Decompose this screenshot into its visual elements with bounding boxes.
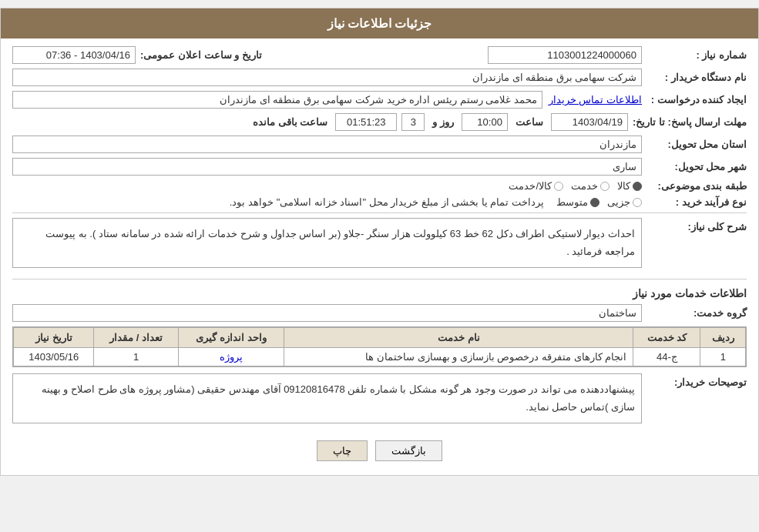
col-radif: ردیف <box>700 327 746 347</box>
noeFarayand-radio-group: جزیی متوسط <box>556 196 642 208</box>
noeFarayand-radio-motavase: متوسط <box>556 196 599 208</box>
mohlat-baqi-value: 01:51:23 <box>335 113 397 131</box>
mohlat-rooz-label: روز و <box>432 116 454 128</box>
shahr-value: ساری <box>12 158 642 176</box>
mohlat-row: مهلت ارسال پاسخ: تا تاریخ: 1403/04/19 سا… <box>12 113 747 131</box>
ostan-label: استان محل تحویل: <box>646 139 747 150</box>
sharhKoli-label: شرح کلی نیاز: <box>646 218 747 233</box>
col-name: نام خدمت <box>284 327 633 347</box>
gorohKhedmat-label: گروه خدمت: <box>646 307 747 319</box>
ejadKonande-label: ایجاد کننده درخواست : <box>646 94 747 105</box>
tarikhElan-value: 1403/04/16 - 07:36 <box>12 46 136 64</box>
tabaqe-row: طبقه بندی موضوعی: کالا خدمت کالا/خدمت <box>12 180 747 192</box>
mohlat-date: 1403/04/19 <box>551 113 628 131</box>
cell-radif: 1 <box>700 347 746 366</box>
shomareNiaz-value: 1103001224000060 <box>488 46 642 64</box>
noeFarayand-radio-jozi: جزیی <box>607 196 642 208</box>
page-header: جزئیات اطلاعات نیاز <box>1 8 758 38</box>
table-header-row: ردیف کد خدمت نام خدمت واحد اندازه گیری ت… <box>14 327 746 347</box>
noeFarayand-note: پرداخت تمام یا بخشی از مبلغ خریدار محل "… <box>12 196 544 208</box>
noeFarayand-label: نوع فرآیند خرید : <box>646 196 747 208</box>
khadamat-section-title: اطلاعات خدمات مورد نیاز <box>12 287 747 299</box>
tosih-row: توصیحات خریدار: پیشنهاددهنده می تواند در… <box>12 373 747 430</box>
tabaqe-radio-kalakhedmat: کالا/خدمت <box>509 180 563 192</box>
tabaqe-radio-kala-circle[interactable] <box>633 182 642 191</box>
services-table: ردیف کد خدمت نام خدمت واحد اندازه گیری ت… <box>13 327 746 366</box>
table-body: 1 ج-44 انجام کارهای متفرقه درخصوص بازساز… <box>14 347 746 366</box>
shahr-label: شهر محل تحویل: <box>646 161 747 172</box>
namDastgah-label: نام دستگاه خریدار : <box>646 72 747 83</box>
divider1 <box>12 212 747 213</box>
tosih-value: پیشنهاددهنده می تواند در صورت وجود هر گو… <box>12 373 642 423</box>
col-vahed: واحد اندازه گیری <box>178 327 284 347</box>
tabaqe-radio-khedmat: خدمت <box>571 180 610 192</box>
tabaqe-radio-kala-label: کالا <box>617 180 630 192</box>
cell-name: انجام کارهای متفرقه درخصوص بازسازی و بهس… <box>284 347 633 366</box>
sharhKoli-value: احداث دیوار لاستیکی اطراف دکل 62 خط 63 ک… <box>12 218 642 268</box>
tabaqe-radio-kalakhedmat-label: کالا/خدمت <box>509 180 552 192</box>
gorohKhedmat-row: گروه خدمت: ساختمان <box>12 304 747 322</box>
noeFarayand-radio-jozi-label: جزیی <box>607 196 630 208</box>
table-row: 1 ج-44 انجام کارهای متفرقه درخصوص بازساز… <box>14 347 746 366</box>
tabaqe-radio-khedmat-circle[interactable] <box>600 182 610 191</box>
cell-vahed: پروژه <box>178 347 284 366</box>
services-table-wrapper: ردیف کد خدمت نام خدمت واحد اندازه گیری ت… <box>12 326 747 367</box>
namDastgah-value: شرکت سهامی برق منطقه ای مازندران <box>12 69 642 86</box>
ostan-row: استان محل تحویل: مازندران <box>12 136 747 153</box>
col-tarikh: تاریخ نیاز <box>14 327 94 347</box>
sharhKoli-row: شرح کلی نیاز: احداث دیوار لاستیکی اطراف … <box>12 218 747 274</box>
noeFarayand-radio-motavase-circle[interactable] <box>590 198 599 207</box>
tosih-label: توصیحات خریدار: <box>646 373 747 388</box>
shahr-row: شهر محل تحویل: ساری <box>12 158 747 176</box>
tabaqe-radio-kala: کالا <box>617 180 642 192</box>
noeFarayand-radio-jozi-circle[interactable] <box>633 198 642 207</box>
buttons-row: بازگشت چاپ <box>12 434 747 467</box>
tabaqe-radio-kalakhedmat-circle[interactable] <box>554 182 563 191</box>
col-kod: کد خدمت <box>633 327 700 347</box>
mohlat-rooz-value: 3 <box>401 113 425 131</box>
gorohKhedmat-value: ساختمان <box>12 304 642 322</box>
ejadKonande-value: محمد غلامی رستم ریئس اداره خرید شرکت سها… <box>12 91 542 109</box>
ejadKonande-row: ایجاد کننده درخواست : اطلاعات تماس خریدا… <box>12 91 747 109</box>
bazgasht-button[interactable]: بازگشت <box>375 440 442 461</box>
page-title: جزئیات اطلاعات نیاز <box>327 17 432 30</box>
tarikhElan-label: تاریخ و ساعت اعلان عمومی: <box>140 49 262 61</box>
mohlat-label: مهلت ارسال پاسخ: تا تاریخ: <box>633 116 747 128</box>
ejadKonande-link[interactable]: اطلاعات تماس خریدار <box>549 94 642 105</box>
mohlat-saat-value: 10:00 <box>462 113 508 131</box>
noeFarayand-row: نوع فرآیند خرید : جزیی متوسط پرداخت تمام… <box>12 196 747 208</box>
page-wrapper: جزئیات اطلاعات نیاز شماره نیاز : 1103001… <box>0 8 759 476</box>
cell-kod: ج-44 <box>633 347 700 366</box>
mohlat-baqi-label: ساعت باقی مانده <box>253 116 327 128</box>
divider2 <box>12 279 747 279</box>
cell-tarikh: 1403/05/16 <box>14 347 94 366</box>
shomareNiaz-row: شماره نیاز : 1103001224000060 تاریخ و سا… <box>12 46 747 64</box>
content-area: شماره نیاز : 1103001224000060 تاریخ و سا… <box>1 38 758 475</box>
chap-button[interactable]: چاپ <box>317 440 368 461</box>
tabaqe-label: طبقه بندی موضوعی: <box>646 180 747 192</box>
tabaqe-radio-khedmat-label: خدمت <box>571 180 598 192</box>
ostan-value: مازندران <box>12 136 642 153</box>
shomareNiaz-label: شماره نیاز : <box>646 49 747 61</box>
cell-tedad: 1 <box>94 347 178 366</box>
noeFarayand-radio-motavase-label: متوسط <box>556 196 588 208</box>
tabaqe-radio-group: کالا خدمت کالا/خدمت <box>509 180 642 192</box>
mohlat-saat-label: ساعت <box>516 116 543 128</box>
col-tedad: تعداد / مقدار <box>94 327 178 347</box>
namDastgah-row: نام دستگاه خریدار : شرکت سهامی برق منطقه… <box>12 69 747 86</box>
